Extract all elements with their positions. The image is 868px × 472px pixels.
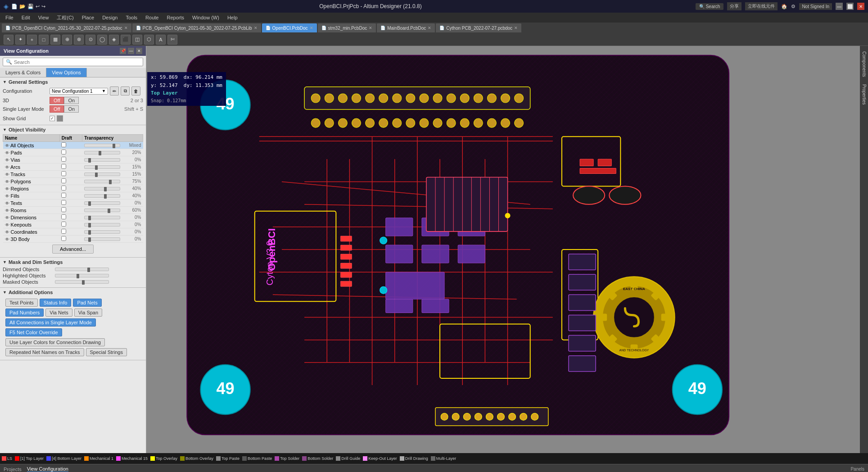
visibility-row-12[interactable]: 👁 Coordinates 0% — [3, 228, 143, 236]
transparency-slider-5[interactable] — [84, 180, 120, 183]
visibility-row-13[interactable]: 👁 3D Body 0% — [3, 236, 143, 243]
config-dropdown[interactable]: New Configuration 1 ▼ — [50, 88, 108, 95]
option-btn-3[interactable]: Pad Numbers — [5, 309, 44, 317]
transparency-slider-11[interactable] — [84, 223, 120, 227]
eye-icon-2[interactable]: 👁 — [5, 158, 9, 163]
components-tab[interactable]: Components — [861, 48, 868, 81]
draft-cb-4[interactable] — [61, 171, 66, 176]
visibility-row-10[interactable]: 👁 Dimensions 0% — [3, 214, 143, 221]
eye-icon-11[interactable]: 👁 — [5, 222, 9, 227]
menu-route[interactable]: Route — [142, 14, 162, 21]
toolbar-t5[interactable]: ◈ — [109, 35, 119, 45]
grid-color-box[interactable] — [57, 115, 63, 122]
toolbar-t2[interactable]: ⊗ — [74, 35, 84, 45]
user-btn[interactable]: Not Signed In — [799, 3, 832, 10]
transparency-slider-7[interactable] — [84, 194, 120, 198]
option-btn-1[interactable]: Status Info — [40, 299, 72, 307]
online-btn[interactable]: 立即在线元件 — [745, 2, 778, 10]
visibility-row-11[interactable]: 👁 Keepouts 0% — [3, 221, 143, 228]
option-btn-0[interactable]: Test Points — [5, 299, 38, 307]
eye-icon-0[interactable]: 👁 — [5, 143, 9, 148]
option-btn-5[interactable]: Via Span — [74, 309, 102, 317]
transparency-slider-1[interactable] — [84, 151, 120, 154]
toolbar-chart[interactable]: ▦ — [50, 35, 60, 45]
toolbar-t4[interactable]: ◯ — [97, 35, 107, 45]
transparency-slider-4[interactable] — [84, 172, 120, 176]
undo-icon[interactable]: ↩ — [36, 4, 40, 9]
option-btn-7[interactable]: F5 Net Color Override — [5, 328, 62, 336]
layer-item-2[interactable]: [4] Bottom Layer — [46, 456, 81, 461]
visibility-row-4[interactable]: 👁 Tracks 15% — [3, 171, 143, 178]
tab-close-2[interactable]: ✕ — [310, 26, 313, 30]
view-config-tab[interactable]: View Configuration — [27, 466, 68, 472]
menu-help[interactable]: Help — [224, 14, 241, 21]
draft-cb-10[interactable] — [61, 214, 66, 219]
tab-close-3[interactable]: ✕ — [369, 26, 372, 30]
dimmed-slider[interactable] — [55, 268, 109, 271]
single-layer-on-btn[interactable]: On — [64, 105, 79, 113]
draft-cb-9[interactable] — [61, 207, 66, 212]
3d-off-btn[interactable]: Off — [50, 97, 64, 104]
menu-design[interactable]: Design — [99, 14, 121, 21]
search-box-title[interactable]: 🔍 Search — [696, 3, 723, 10]
tab-close-0[interactable]: ✕ — [124, 26, 128, 30]
toolbar-plus[interactable]: + — [27, 35, 37, 45]
layer-item-3[interactable]: Mechanical 1 — [84, 456, 113, 461]
option-btn-2[interactable]: Pad Nets — [73, 299, 101, 307]
menu-window[interactable]: Window (W) — [189, 14, 223, 21]
tab-5[interactable]: 📄 Cython PCB_2022-07-27.pcbdoc ✕ — [436, 23, 521, 32]
transparency-slider-0[interactable] — [84, 144, 120, 147]
share-btn[interactable]: 分享 — [727, 2, 741, 10]
maximize-button[interactable]: ⬜ — [846, 3, 854, 10]
draft-cb-11[interactable] — [61, 222, 66, 227]
visibility-row-0[interactable]: 👁 All Objects Mixed — [3, 142, 143, 149]
eye-icon-13[interactable]: 👁 — [5, 237, 9, 242]
toolbar-t6[interactable]: ⬛ — [121, 35, 131, 45]
eye-icon-3[interactable]: 👁 — [5, 165, 9, 170]
object-visibility-header[interactable]: ▼ Object Visibility — [3, 127, 143, 132]
settings-icon[interactable]: ⚙ — [791, 4, 796, 9]
transparency-slider-13[interactable] — [84, 237, 120, 241]
toolbar-t8[interactable]: ⬡ — [144, 35, 154, 45]
home-icon[interactable]: 🏠 — [781, 4, 787, 9]
layer-item-9[interactable]: Top Solder — [275, 456, 299, 461]
visibility-row-3[interactable]: 👁 Arcs 15% — [3, 163, 143, 171]
transparency-slider-6[interactable] — [84, 187, 120, 191]
show-grid-checkbox[interactable] — [50, 116, 55, 121]
menu-edit[interactable]: Edit — [18, 14, 34, 21]
general-settings-header[interactable]: ▼ General Settings — [3, 79, 143, 85]
toolbar-select[interactable]: ↖ — [4, 35, 14, 45]
new-icon[interactable]: 📄 — [11, 4, 18, 9]
eye-icon-8[interactable]: 👁 — [5, 201, 9, 206]
eye-icon-7[interactable]: 👁 — [5, 194, 9, 199]
transparency-slider-9[interactable] — [84, 209, 120, 212]
config-delete-btn[interactable]: 🗑 — [131, 86, 140, 95]
projects-tab[interactable]: Projects — [4, 467, 22, 472]
eye-icon-10[interactable]: 👁 — [5, 215, 9, 220]
toolbar-rect[interactable]: □ — [39, 35, 49, 45]
eye-icon-4[interactable]: 👁 — [5, 172, 9, 177]
menu-tools[interactable]: Tools — [122, 14, 141, 21]
visibility-row-8[interactable]: 👁 Texts 0% — [3, 200, 143, 207]
option-btn-8[interactable]: Use Layer Colors for Connection Drawing — [5, 338, 105, 346]
transparency-slider-2[interactable] — [84, 158, 120, 162]
visibility-row-7[interactable]: 👁 Fills 40% — [3, 192, 143, 200]
config-copy-btn[interactable]: ⧉ — [121, 86, 130, 95]
eye-icon-1[interactable]: 👁 — [5, 150, 9, 155]
tab-close-5[interactable]: ✕ — [514, 26, 518, 30]
menu-view[interactable]: View — [35, 14, 53, 21]
toolbar-t10[interactable]: ✄ — [167, 35, 177, 45]
transparency-slider-10[interactable] — [84, 216, 120, 219]
toolbar-t3[interactable]: ⊙ — [86, 35, 95, 45]
config-edit-btn[interactable]: ✏ — [110, 86, 119, 95]
option-btn-10[interactable]: Special Strings — [86, 348, 127, 356]
option-btn-4[interactable]: Via Nets — [45, 309, 72, 317]
3d-on-btn[interactable]: On — [64, 97, 79, 104]
advanced-button[interactable]: Advanced... — [52, 245, 94, 254]
redo-icon[interactable]: ↪ — [41, 4, 45, 9]
panel-close[interactable]: ✕ — [136, 48, 142, 54]
toolbar-highlight[interactable]: ✦ — [15, 35, 25, 45]
menu-reports[interactable]: Reports — [163, 14, 188, 21]
tab-layers-colors[interactable]: Layers & Colors — [0, 68, 46, 77]
open-icon[interactable]: 📂 — [19, 4, 26, 9]
